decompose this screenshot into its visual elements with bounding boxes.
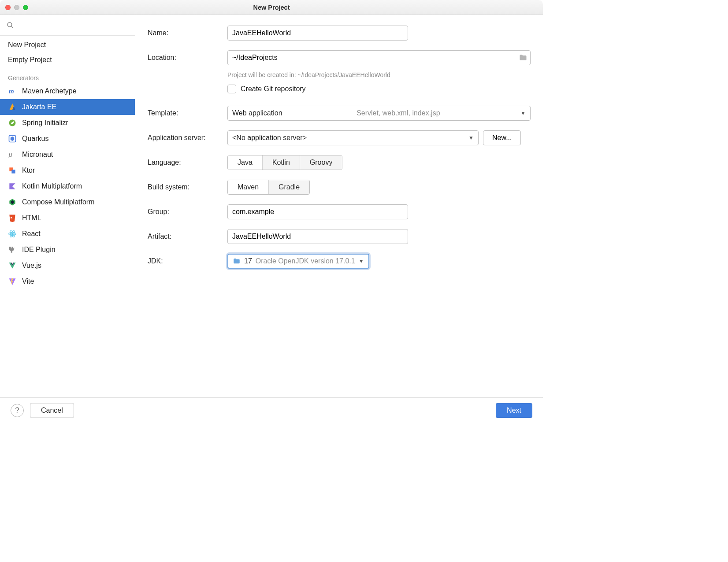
footer: ? Cancel Next [0,397,543,423]
sidebar-item-label: New Project [8,41,46,49]
plug-icon [8,245,17,254]
sidebar-item-label: Vite [22,277,34,285]
build-segmented: Maven Gradle [227,180,310,195]
search-icon [6,21,14,29]
language-label: Language: [148,159,225,166]
sidebar-item-ktor[interactable]: Ktor [0,163,135,178]
git-checkbox-label: Create Git repository [241,85,306,93]
sidebar-item-ide-plugin[interactable]: IDE Plugin [0,242,135,258]
name-input[interactable] [227,26,408,41]
generators-header: Generators [0,67,135,83]
name-label: Name: [148,29,225,37]
sidebar-item-new-project[interactable]: New Project [0,37,135,52]
sidebar-item-label: Jakarta EE [22,103,56,111]
sidebar-item-label: Compose Multiplatform [22,198,95,206]
sidebar-item-label: React [22,230,41,238]
template-detail: Servlet, web.xml, index.jsp [357,109,446,117]
git-checkbox[interactable] [227,85,236,93]
chevron-down-icon: ▼ [468,135,474,141]
language-segmented: Java Kotlin Groovy [227,155,342,170]
template-select[interactable]: Web application Servlet, web.xml, index.… [227,106,531,121]
svg-point-9 [11,233,13,234]
minimize-window-icon[interactable] [14,5,19,10]
sidebar-item-label: Spring Initializr [22,119,68,127]
sidebar-item-label: Ktor [22,166,35,174]
build-label: Build system: [148,183,225,191]
search-input[interactable] [4,18,131,33]
svg-text:5: 5 [11,216,12,220]
sidebar-item-maven-archetype[interactable]: m Maven Archetype [0,83,135,99]
sidebar-item-label: Micronaut [22,151,53,159]
sidebar-item-label: Maven Archetype [22,87,77,95]
sidebar-item-vite[interactable]: Vite [0,274,135,289]
spring-icon [8,118,17,127]
location-hint: Project will be created in: ~/IdeaProjec… [227,71,531,78]
template-value: Web application [232,109,282,117]
sidebar-item-label: Empty Project [8,56,52,64]
sidebar-item-kotlin-multiplatform[interactable]: Kotlin Multiplatform [0,178,135,194]
sidebar-item-label: Quarkus [22,135,48,143]
template-label: Template: [148,109,225,117]
react-icon [8,229,17,238]
appserver-label: Application server: [148,134,225,142]
group-input[interactable] [227,204,408,219]
svg-point-0 [7,22,12,27]
svg-text:m: m [9,88,14,95]
sidebar-item-react[interactable]: React [0,226,135,242]
html-icon: 5 [8,214,17,222]
svg-text:μ: μ [8,151,12,158]
sidebar-item-vuejs[interactable]: Vue.js [0,258,135,274]
appserver-value: <No application server> [232,134,307,142]
folder-icon [233,257,241,265]
vue-icon [8,261,17,270]
language-option-java[interactable]: Java [228,155,262,170]
window-title: New Project [0,4,543,11]
ktor-icon [8,166,17,175]
jakarta-icon [8,103,17,111]
compose-icon [8,198,17,207]
build-option-gradle[interactable]: Gradle [268,180,309,194]
maximize-window-icon[interactable] [23,5,28,10]
location-input[interactable] [227,50,531,65]
appserver-new-button[interactable]: New... [483,130,521,145]
micronaut-icon: μ [8,150,17,159]
jdk-select[interactable]: 17 Oracle OpenJDK version 17.0.1 ▼ [227,254,369,269]
artifact-label: Artifact: [148,233,225,240]
jdk-label: JDK: [148,257,225,265]
language-option-groovy[interactable]: Groovy [300,155,342,170]
svg-rect-7 [11,170,15,173]
sidebar-item-label: IDE Plugin [22,246,56,254]
titlebar: New Project [0,0,543,15]
window-controls [5,5,28,10]
kotlin-icon [8,182,17,191]
sidebar-item-compose-multiplatform[interactable]: Compose Multiplatform [0,194,135,210]
help-button[interactable]: ? [11,404,24,417]
build-option-maven[interactable]: Maven [228,180,268,194]
sidebar: New Project Empty Project Generators m M… [0,15,135,397]
chevron-down-icon: ▼ [359,258,364,264]
next-button[interactable]: Next [496,403,532,418]
group-label: Group: [148,208,225,216]
jdk-detail: Oracle OpenJDK version 17.0.1 [256,257,355,265]
close-window-icon[interactable] [5,5,11,10]
quarkus-icon [8,134,17,143]
artifact-input[interactable] [227,229,408,244]
cancel-button[interactable]: Cancel [30,403,74,418]
svg-line-1 [11,26,13,28]
form-panel: Name: Location: Project will be created … [135,15,543,397]
appserver-select[interactable]: <No application server> ▼ [227,130,479,145]
maven-icon: m [8,87,17,96]
sidebar-item-micronaut[interactable]: μ Micronaut [0,147,135,163]
sidebar-item-spring-initializr[interactable]: Spring Initializr [0,115,135,131]
location-label: Location: [148,54,225,62]
sidebar-item-html[interactable]: 5 HTML [0,210,135,226]
sidebar-item-label: Vue.js [22,262,41,270]
sidebar-item-jakarta-ee[interactable]: Jakarta EE [0,99,135,115]
chevron-down-icon: ▼ [520,110,526,116]
browse-folder-icon[interactable] [518,53,528,63]
sidebar-item-empty-project[interactable]: Empty Project [0,52,135,67]
sidebar-item-quarkus[interactable]: Quarkus [0,131,135,147]
sidebar-item-label: Kotlin Multiplatform [22,182,82,190]
language-option-kotlin[interactable]: Kotlin [262,155,300,170]
vite-icon [8,277,17,286]
